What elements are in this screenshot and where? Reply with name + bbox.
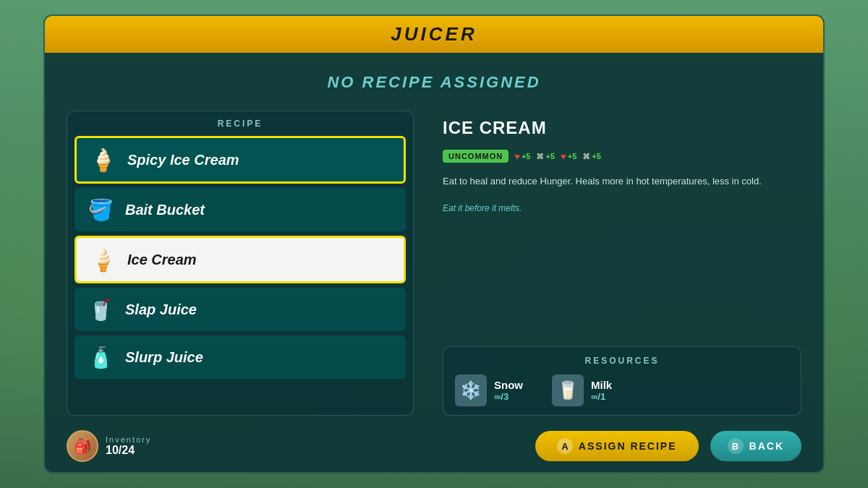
inventory-count: 10/24	[106, 444, 151, 457]
inventory-label: Inventory	[106, 435, 151, 444]
item-description: Eat to heal and reduce Hunger. Heals mor…	[443, 174, 801, 189]
recipe-name-ice-cream: Ice Cream	[127, 252, 197, 268]
recipe-item-spicy-ice-cream[interactable]: 🍦 Spicy Ice Cream	[75, 136, 406, 184]
content-area: RECIPE 🍦 Spicy Ice Cream 🪣 Bait Bucket 🍦…	[45, 103, 823, 423]
recipe-icon-slap: 🥤	[85, 294, 116, 325]
inventory-section: 🎒 Inventory 10/24	[67, 430, 151, 462]
recipe-icon-slurp: 🧴	[85, 341, 116, 373]
recipe-icon-ice-cream: 🍦	[87, 244, 119, 275]
recipe-list-panel: RECIPE 🍦 Spicy Ice Cream 🪣 Bait Bucket 🍦…	[67, 111, 414, 416]
title-bar: JUICER	[45, 16, 823, 53]
back-button-label: BACK	[749, 440, 784, 452]
assign-key-indicator: A	[557, 438, 573, 454]
heart-value-1: +5	[522, 152, 531, 160]
milk-name: Milk	[591, 379, 612, 391]
main-panel: JUICER NO RECIPE ASSIGNED RECIPE 🍦 Spicy…	[43, 14, 825, 474]
no-recipe-label: NO RECIPE ASSIGNED	[327, 73, 540, 91]
window-title: JUICER	[391, 23, 477, 45]
sword-value-1: +5	[545, 152, 555, 160]
recipe-icon-spicy: 🍦	[87, 144, 119, 176]
recipe-icon-bait: 🪣	[85, 194, 116, 226]
recipe-name-bait: Bait Bucket	[125, 202, 205, 218]
recipe-name-slurp: Slurp Juice	[125, 349, 203, 366]
resource-milk: 🥛 Milk ∞/1	[552, 374, 612, 406]
resources-label: RESOURCES	[455, 356, 789, 366]
recipe-item-ice-cream[interactable]: 🍦 Ice Cream	[75, 236, 406, 283]
sword-value-2: +5	[592, 152, 601, 160]
snow-name: Snow	[494, 379, 523, 391]
footer-buttons: A ASSIGN RECIPE B BACK	[535, 431, 801, 461]
rarity-badge: UNCOMMON	[443, 150, 509, 163]
no-recipe-section: NO RECIPE ASSIGNED	[45, 53, 823, 103]
detail-panel: ICE CREAM UNCOMMON ♥ +5 ✖ +5 ♥ +5 ✖ +5	[443, 111, 801, 416]
inventory-icon: 🎒	[67, 430, 98, 462]
snow-count: ∞/3	[494, 391, 523, 402]
item-flavor-text: Eat it before it melts.	[443, 203, 801, 213]
snow-icon: ❄️	[455, 374, 487, 406]
inventory-text: Inventory 10/24	[106, 435, 151, 457]
heart-icon-1: ♥	[514, 151, 520, 162]
resource-snow: ❄️ Snow ∞/3	[455, 374, 523, 406]
back-key-indicator: B	[728, 438, 744, 454]
assign-button-label: ASSIGN RECIPE	[579, 440, 677, 452]
back-button[interactable]: B BACK	[710, 431, 801, 461]
recipe-name-spicy: Spicy Ice Cream	[127, 152, 239, 168]
badges-row: UNCOMMON ♥ +5 ✖ +5 ♥ +5 ✖ +5	[443, 150, 801, 163]
item-title: ICE CREAM	[443, 118, 801, 138]
heart-icon-2: ♥	[561, 151, 566, 162]
stat-heart-2: ♥ +5	[561, 151, 576, 162]
sword-icon-1: ✖	[536, 151, 544, 162]
recipe-section-label: RECIPE	[75, 119, 406, 129]
recipe-name-slap: Slap Juice	[125, 301, 197, 318]
stat-sword-1: ✖ +5	[536, 151, 555, 162]
recipe-item-bait-bucket[interactable]: 🪣 Bait Bucket	[75, 188, 406, 231]
stat-sword-2: ✖ +5	[582, 151, 601, 162]
assign-recipe-button[interactable]: A ASSIGN RECIPE	[535, 431, 699, 461]
recipe-item-slurp-juice[interactable]: 🧴 Slurp Juice	[75, 335, 406, 379]
milk-info: Milk ∞/1	[591, 379, 612, 402]
footer: 🎒 Inventory 10/24 A ASSIGN RECIPE B BACK	[45, 423, 823, 472]
stat-heart-1: ♥ +5	[514, 151, 530, 162]
heart-value-2: +5	[568, 152, 577, 160]
snow-info: Snow ∞/3	[494, 379, 523, 402]
milk-count: ∞/1	[591, 391, 612, 402]
milk-icon: 🥛	[552, 374, 584, 406]
resources-row: ❄️ Snow ∞/3 🥛 Milk ∞/1	[455, 374, 789, 406]
sword-icon-2: ✖	[582, 151, 590, 162]
recipe-item-slap-juice[interactable]: 🥤 Slap Juice	[75, 288, 406, 331]
resources-panel: RESOURCES ❄️ Snow ∞/3 🥛 Milk ∞/1	[443, 346, 801, 416]
